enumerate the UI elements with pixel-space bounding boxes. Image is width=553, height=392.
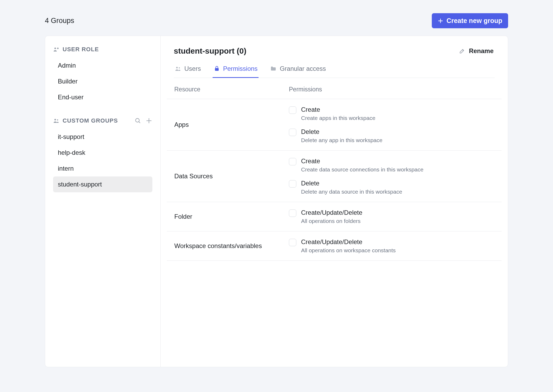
sidebar-item-help-desk[interactable]: help-desk — [53, 145, 152, 161]
plus-icon — [438, 18, 443, 24]
table-row: Workspace constants/variables Create/Upd… — [167, 231, 502, 261]
user-role-icon — [53, 46, 59, 53]
permission-checkbox[interactable] — [289, 209, 296, 217]
permission-title: Create/Update/Delete — [301, 209, 362, 216]
permission-title: Create — [301, 106, 375, 113]
permission-item: Create Create data source connections in… — [289, 157, 494, 173]
table-header: Resource Permissions — [167, 78, 502, 99]
permission-item: Delete Delete any app in this workspace — [289, 128, 494, 143]
permission-checkbox[interactable] — [289, 239, 296, 246]
edit-icon — [459, 48, 465, 54]
sidebar-item-label: Builder — [58, 78, 78, 85]
sidebar-item-label: End-user — [58, 94, 83, 101]
table-row: Folder Create/Update/Delete All operatio… — [167, 202, 502, 231]
col-resource-header: Resource — [174, 86, 289, 93]
sidebar-item-student-support[interactable]: student-support — [53, 176, 152, 192]
permission-item: Create/Update/Delete All operations on f… — [289, 209, 494, 224]
sidebar-item-label: student-support — [58, 181, 102, 188]
group-title: student-support (0) — [174, 46, 246, 55]
users-icon — [175, 66, 181, 72]
col-permissions-header: Permissions — [289, 86, 494, 93]
permission-description: All operations on folders — [301, 218, 362, 224]
custom-groups-label: CUSTOM GROUPS — [63, 117, 118, 124]
sidebar-item-label: help-desk — [58, 149, 85, 156]
tabs: Users Permissions Granular access — [174, 65, 495, 78]
folder-icon — [270, 66, 276, 72]
resource-name: Folder — [174, 213, 289, 220]
sidebar-item-label: Admin — [58, 62, 76, 69]
sidebar-item-end-user[interactable]: End-user — [53, 89, 152, 105]
sidebar-item-label: intern — [58, 165, 74, 172]
permission-description: Delete any app in this workspace — [301, 137, 382, 143]
resource-name: Workspace constants/variables — [174, 242, 289, 250]
sidebar-item-label: it-support — [58, 133, 84, 140]
rename-button[interactable]: Rename — [459, 47, 495, 55]
tab-label: Granular access — [280, 65, 326, 72]
sidebar-item-it-support[interactable]: it-support — [53, 129, 152, 145]
permission-description: Create data source connections in this w… — [301, 166, 423, 173]
table-row: Data Sources Create Create data source c… — [167, 151, 502, 202]
svg-point-2 — [54, 48, 56, 49]
permission-item: Delete Delete any data source in this wo… — [289, 180, 494, 195]
resource-name: Apps — [174, 121, 289, 128]
tab-label: Users — [184, 65, 201, 72]
create-group-button[interactable]: Create new group — [432, 13, 508, 28]
create-group-label: Create new group — [447, 17, 502, 25]
permission-description: Create apps in this workspace — [301, 115, 375, 121]
users-icon — [53, 118, 59, 124]
permission-checkbox[interactable] — [289, 158, 296, 165]
permission-description: All operations on workspace constants — [301, 247, 396, 254]
permission-title: Delete — [301, 180, 402, 187]
permission-item: Create/Update/Delete All operations on w… — [289, 238, 494, 254]
user-role-section-header: USER ROLE — [53, 46, 152, 53]
svg-point-10 — [176, 67, 178, 68]
permission-checkbox[interactable] — [289, 106, 296, 114]
main-panel: student-support (0) Rename Users Permiss… — [161, 36, 508, 367]
table-row: Apps Create Create apps in this workspac… — [167, 99, 502, 151]
permission-title: Create — [301, 157, 423, 165]
svg-point-6 — [135, 118, 139, 122]
permission-checkbox[interactable] — [289, 129, 296, 136]
tab-label: Permissions — [223, 65, 258, 72]
user-role-label: USER ROLE — [63, 46, 99, 53]
sidebar-item-builder[interactable]: Builder — [53, 73, 152, 89]
svg-point-4 — [54, 119, 56, 120]
tab-users[interactable]: Users — [174, 65, 202, 78]
tab-permissions[interactable]: Permissions — [213, 65, 259, 78]
page-title: 4 Groups — [45, 17, 74, 25]
svg-point-5 — [57, 119, 58, 120]
permission-item: Create Create apps in this workspace — [289, 106, 494, 121]
permission-title: Delete — [301, 128, 382, 136]
lock-icon — [214, 66, 220, 72]
permission-title: Create/Update/Delete — [301, 238, 396, 246]
custom-groups-section-header: CUSTOM GROUPS — [53, 117, 118, 124]
add-group-icon[interactable] — [146, 117, 152, 124]
search-icon[interactable] — [134, 117, 141, 124]
svg-point-11 — [179, 67, 180, 68]
permission-description: Delete any data source in this workspace — [301, 189, 402, 195]
resource-name: Data Sources — [174, 172, 289, 180]
tab-granular-access[interactable]: Granular access — [269, 65, 327, 78]
sidebar-item-admin[interactable]: Admin — [53, 58, 152, 73]
permission-checkbox[interactable] — [289, 180, 296, 188]
svg-rect-12 — [215, 68, 219, 71]
svg-line-7 — [139, 122, 140, 123]
sidebar: USER ROLE Admin Builder End-user CUSTOM … — [45, 36, 161, 367]
rename-label: Rename — [469, 47, 494, 55]
sidebar-item-intern[interactable]: intern — [53, 161, 152, 176]
